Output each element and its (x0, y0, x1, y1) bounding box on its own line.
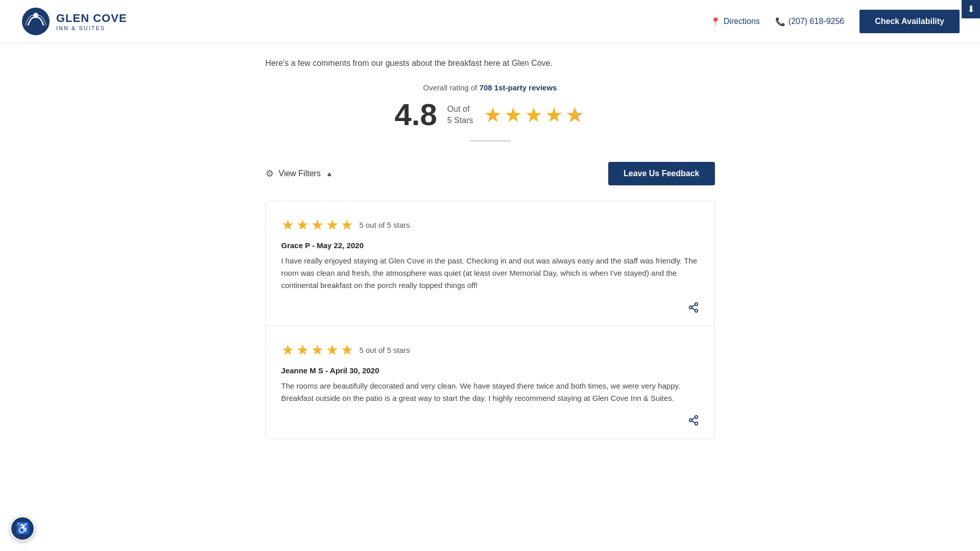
location-pin-icon: 📍 (710, 17, 721, 27)
r1-reviewer-name: Grace P - May 22, 2020 (281, 241, 699, 250)
review-card: ★ ★ ★ ★ ★ 5 out of 5 stars Grace P - May… (266, 201, 714, 326)
r2-star-4: ★ (326, 342, 339, 358)
main-content: Here's a few comments from our guests ab… (245, 43, 735, 454)
r1-star-5: ★ (341, 217, 353, 233)
svg-line-5 (691, 308, 695, 310)
chevron-up-icon: ▲ (326, 170, 333, 178)
r2-star-1: ★ (281, 342, 294, 358)
rating-section: Overall rating of 708 1st-party reviews … (266, 83, 715, 141)
star-5-fg: ★ (565, 104, 582, 126)
svg-point-0 (21, 7, 50, 36)
r2-star-2: ★ (296, 342, 309, 358)
filter-icon: ⚙ (266, 168, 274, 179)
logo-sub-text: INN & SUITES (56, 25, 127, 31)
star-5-partial: ★ ★ (565, 104, 586, 126)
directions-label: Directions (724, 17, 760, 26)
r1-star-3: ★ (311, 217, 324, 233)
star-3: ★ (524, 103, 543, 127)
review-count-link[interactable]: 708 1st-party reviews (480, 83, 557, 92)
phone-icon: 📞 (775, 17, 785, 27)
r2-star-5: ★ (341, 342, 353, 358)
rating-display: 4.8 Out of 5 Stars ★ ★ ★ ★ ★ ★ (266, 100, 715, 130)
stars-display: ★ ★ ★ ★ ★ ★ (484, 103, 586, 127)
view-filters-label: View Filters (279, 169, 321, 178)
rating-line: Overall rating of 708 1st-party reviews (266, 83, 715, 92)
reviews-container: ★ ★ ★ ★ ★ 5 out of 5 stars Grace P - May… (266, 201, 715, 439)
r1-star-2: ★ (296, 217, 309, 233)
r2-reviewer-name: Jeanne M S - April 30, 2020 (281, 366, 699, 375)
svg-line-10 (691, 421, 695, 423)
star-2: ★ (504, 103, 522, 127)
star-1: ★ (484, 103, 502, 127)
rating-number: 4.8 (394, 100, 437, 130)
download-badge: ⬇ (962, 0, 980, 18)
svg-point-1 (33, 13, 38, 18)
directions-link[interactable]: 📍 Directions (710, 17, 760, 27)
logo-main-text: GLEN COVE (56, 12, 127, 25)
r2-review-text: The rooms are beautifully decorated and … (281, 380, 699, 404)
controls-bar: ⚙ View Filters ▲ Leave Us Feedback (266, 157, 715, 190)
r2-review-footer (281, 415, 699, 428)
r1-star-1: ★ (281, 217, 294, 233)
r2-stars-label: 5 out of 5 stars (360, 346, 410, 354)
logo-area: GLEN COVE INN & SUITES (20, 6, 127, 37)
overall-prefix: Overall rating of (423, 83, 477, 92)
review-stars-1: ★ ★ ★ ★ ★ 5 out of 5 stars (281, 217, 699, 233)
svg-line-6 (691, 305, 695, 307)
r1-star-4: ★ (326, 217, 339, 233)
out-of-text: Out of (447, 105, 470, 113)
check-availability-button[interactable]: Check Availability (859, 10, 960, 33)
intro-text: Here's a few comments from our guests ab… (266, 59, 715, 68)
divider-line (470, 140, 511, 141)
r1-share-icon[interactable] (688, 302, 699, 316)
r1-stars-label: 5 out of 5 stars (360, 221, 410, 229)
r1-review-text: I have really enjoyed staying at Glen Co… (281, 255, 699, 292)
review-card-2: ★ ★ ★ ★ ★ 5 out of 5 stars Jeanne M S - … (266, 326, 714, 439)
logo-text-area: GLEN COVE INN & SUITES (56, 12, 127, 31)
logo-icon (20, 6, 51, 37)
header-nav: 📍 Directions 📞 (207) 618-9256 Check Avai… (710, 10, 960, 33)
feedback-button[interactable]: Leave Us Feedback (608, 162, 715, 185)
header: GLEN COVE INN & SUITES 📍 Directions 📞 (2… (0, 0, 980, 43)
r2-share-icon[interactable] (688, 415, 699, 428)
view-filters[interactable]: ⚙ View Filters ▲ (266, 168, 333, 179)
stars-label-text: 5 Stars (447, 116, 473, 125)
r1-review-footer (281, 302, 699, 316)
svg-line-11 (691, 418, 695, 420)
r2-star-3: ★ (311, 342, 324, 358)
rating-label: Out of 5 Stars (447, 104, 473, 127)
star-4: ★ (545, 103, 563, 127)
phone-label: (207) 618-9256 (788, 17, 844, 26)
review-stars-2: ★ ★ ★ ★ ★ 5 out of 5 stars (281, 342, 699, 358)
phone-link[interactable]: 📞 (207) 618-9256 (775, 17, 844, 27)
